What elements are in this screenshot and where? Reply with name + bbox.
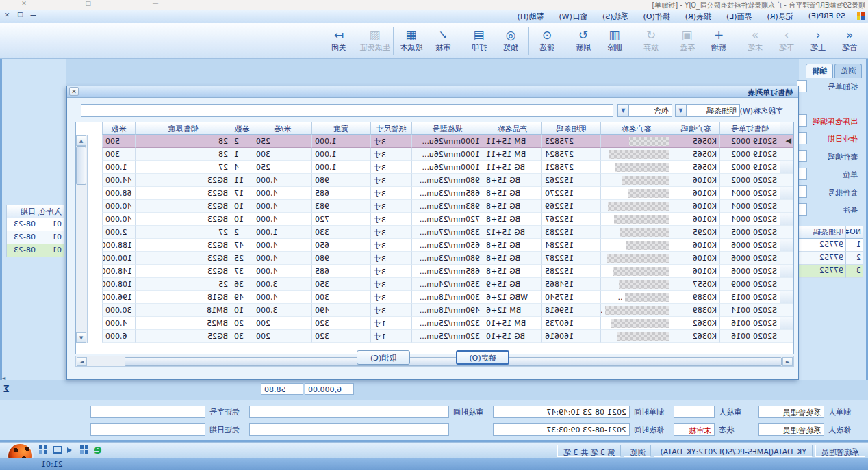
field-label: 拆卸单号 — [828, 82, 858, 92]
scroll-down-icon[interactable]: ▼ — [76, 332, 86, 343]
add-button[interactable]: +新增 — [703, 25, 735, 57]
audit-button[interactable]: ✓审核 — [427, 25, 459, 57]
green-e-tray-icon[interactable]: e — [94, 444, 102, 455]
table-row[interactable]: ▶S2019-0002K0565275823BM-15+111000mm/26u… — [76, 135, 793, 148]
ok-button[interactable]: 确定(O) — [456, 350, 509, 365]
table-row[interactable]: S2019-0002K0565275824BM-15+111000mm/26u.… — [76, 148, 793, 161]
preview-button[interactable]: ◎预览 — [495, 25, 526, 57]
menu-item-3[interactable]: 报表(R) — [678, 10, 719, 23]
scroll-right-icon[interactable]: ► — [1, 375, 5, 381]
table-row[interactable]: S2020-0004K0106152269BG-15+8983mm/23um..… — [76, 200, 793, 213]
menu-item-0[interactable]: S9 ERP(E) — [801, 10, 853, 23]
cancel-button[interactable]: 取消(C) — [357, 350, 410, 365]
mdi-minimize-icon[interactable]: — — [29, 12, 38, 18]
cell-cust_code: K0106 — [672, 200, 719, 213]
scroll-up-icon[interactable]: ▲ — [76, 135, 86, 146]
cell-spec: 1000mm/26u... — [411, 148, 483, 161]
minimize-icon[interactable]: — — [149, 0, 162, 9]
column-header-cust_name[interactable]: 客户名称 — [600, 122, 672, 135]
table-row[interactable]: S2020-0016K0362160735BM-15+10320mm/25um.… — [76, 317, 793, 330]
dialog-close-icon[interactable]: ✕ — [69, 87, 79, 96]
column-header-spec[interactable]: 规格型号 — [411, 122, 483, 135]
filter-button[interactable]: ⊙筛选 — [531, 25, 563, 57]
dialog-title: 销售订单列表 — [748, 88, 793, 98]
cell-order_no: S2019-0002 — [719, 161, 780, 174]
monitor-tray-icon[interactable] — [53, 446, 62, 454]
scrollbar-thumb[interactable] — [76, 146, 86, 185]
scrollbar-thumb[interactable] — [125, 357, 782, 366]
cell-rolls: 30 — [231, 330, 253, 343]
table-row[interactable]: S2020-0006K0106152287BG-15+8980mm/23um..… — [76, 252, 793, 265]
cell-cust_name — [600, 226, 672, 239]
menu-item-7[interactable]: 帮助(H) — [510, 10, 552, 23]
close-icon[interactable]: ✕ — [18, 0, 30, 9]
speaker-icon[interactable] — [67, 447, 75, 453]
table-row[interactable]: S2020-0004K0106152270BG-15+8685mm/23um..… — [76, 187, 793, 200]
maximize-icon[interactable]: □ — [82, 0, 94, 9]
close-form-button[interactable]: ↦关闭 — [323, 25, 355, 57]
table-row[interactable]: S2020-0014K0389 ..159618BM-12+6490mm/18u… — [76, 304, 793, 317]
column-header-m_per_roll[interactable]: 米/卷 — [253, 122, 311, 135]
menu-item-6[interactable]: 窗口(W) — [551, 10, 594, 23]
chevron-down-icon[interactable]: ▼ — [676, 105, 687, 116]
cell: 08-23 — [6, 244, 38, 257]
next-record-icon: › — [784, 29, 789, 42]
column-header-meters[interactable]: 米数 — [102, 122, 135, 135]
tab-编辑[interactable]: 编辑 — [806, 64, 833, 78]
column-header-tube[interactable]: 纸管尺寸 — [370, 122, 411, 135]
search-input[interactable] — [81, 104, 613, 117]
print-button[interactable]: ▤打印 — [463, 25, 495, 57]
prev-record-button[interactable]: ‹上笔 — [802, 25, 834, 57]
mdi-close-icon[interactable]: ✕ — [3, 12, 12, 18]
table-row[interactable]: 0108-23 — [6, 218, 64, 231]
table-row[interactable]: S2020-0016K0362160616BG-15+10320mm/25um.… — [76, 330, 793, 343]
field-name-select[interactable]: 明细条码 ▼ — [675, 104, 740, 117]
menu-item-5[interactable]: 系统(S) — [595, 10, 636, 23]
table-row[interactable]: 197752 — [797, 239, 863, 252]
column-header-rolls[interactable]: 卷数 — [231, 122, 253, 135]
operator-select[interactable]: 包含 ▼ — [617, 104, 672, 117]
cell-width: 1,000 — [311, 148, 370, 161]
toolbar-button-label: 打印 — [472, 42, 487, 53]
grid-tray-icon[interactable] — [38, 445, 48, 454]
scroll-left-icon[interactable]: ◄ — [782, 357, 793, 366]
horizontal-scrollbar[interactable]: ◄ ► — [75, 356, 794, 367]
table-row[interactable]: S2020-0002K0106152262BG-15+8980mm/23um..… — [76, 174, 793, 187]
mdi-restore-icon[interactable]: ❐ — [16, 12, 25, 18]
get-cost-button[interactable]: ▦取成本 — [396, 25, 427, 57]
refresh-button[interactable]: ↻刷新 — [567, 25, 599, 57]
cell-cust_code: K0389 — [672, 291, 719, 304]
table-row[interactable]: S2019-0002K0565275821BG-15+111000mm/26u.… — [76, 161, 793, 174]
column-header-thickness[interactable]: 销售厚度 — [135, 122, 231, 135]
column-header-cust_code[interactable]: 客户编码 — [672, 122, 719, 135]
table-row[interactable]: S2020-0006K0106152284BG-15+8650mm/23um..… — [76, 239, 793, 252]
chevron-down-icon[interactable]: ▼ — [618, 105, 629, 116]
column-header-order_no[interactable]: 销售订单号 — [719, 122, 780, 135]
menu-item-2[interactable]: 界面(E) — [719, 10, 760, 23]
status-records: 第 3 笔 共 3 笔 — [557, 445, 621, 457]
table-row[interactable]: S2020-0006K0106152285BG-15+8685mm/23um..… — [76, 265, 793, 278]
column-header-width[interactable]: 宽度 — [311, 122, 370, 135]
table-row[interactable]: 0108-23 — [6, 244, 64, 257]
tab-浏览[interactable]: 浏览 — [834, 64, 862, 78]
detail-grid-right-sliver: 入库仓人日期0108-230108-230108-23 — [6, 205, 64, 257]
first-record-button[interactable]: «首笔 — [834, 25, 865, 57]
table-row[interactable]: 397752 — [797, 265, 863, 278]
table-row[interactable]: S2020-0013K0389 ..157540WBG-12+6300mm/18… — [76, 291, 793, 304]
table-row[interactable]: S2020-0009K0557154865BG-15+9350mm/24um..… — [76, 278, 793, 291]
grid-tray-icon[interactable] — [79, 445, 89, 454]
table-row[interactable]: 297752 — [797, 252, 863, 265]
table-row[interactable]: 0108-23 — [6, 231, 64, 244]
cell-product: BG-15+8 — [483, 174, 541, 187]
column-header-product[interactable]: 产品名称 — [483, 122, 541, 135]
table-row[interactable]: S2020-0004K0106152267BG-15+8720mm/23um..… — [76, 213, 793, 226]
column-header-barcode[interactable]: 明细条码 — [541, 122, 600, 135]
menu-item-4[interactable]: 操作(O) — [635, 10, 677, 23]
menu-item-1[interactable]: 记录(R) — [760, 10, 801, 23]
scroll-right-icon[interactable]: ► — [77, 357, 87, 366]
table-row[interactable]: S2020-0005K0295152283BG-15+12330mm/27um.… — [76, 226, 793, 239]
dialog-titlebar[interactable]: 销售订单列表 ✕ — [67, 86, 798, 98]
delete-button[interactable]: ▥删除 — [599, 25, 630, 57]
vertical-scrollbar[interactable]: ▲ ▼ — [76, 135, 88, 343]
form-field-4: 单位 — [797, 166, 866, 183]
